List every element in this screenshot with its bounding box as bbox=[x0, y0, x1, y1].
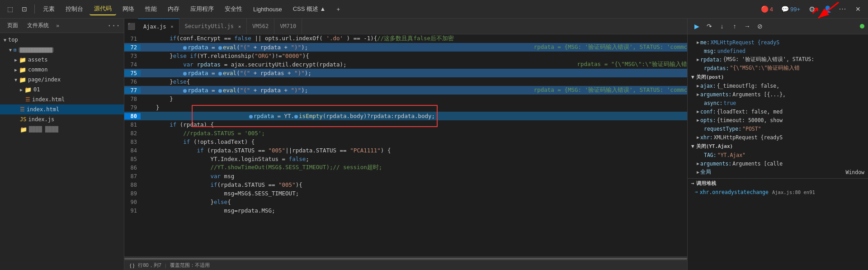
tab-sourcecode[interactable]: 源代码 bbox=[90, 3, 116, 15]
callstack-arrow: → bbox=[695, 189, 698, 195]
debug-item-arguments2[interactable]: ▶ arguments: Arguments [calle bbox=[688, 159, 868, 168]
error-badge[interactable]: 🔴 4 bbox=[758, 5, 776, 14]
resume-btn[interactable]: ▶ bbox=[691, 21, 702, 32]
tab-css[interactable]: CSS 概述 ▲ bbox=[288, 3, 330, 15]
main-layout: 页面 文件系统 » ··· ▼ top ▼ ⊞ ████████████ bbox=[0, 19, 868, 270]
line-num-71: 71 bbox=[124, 36, 141, 42]
close-ytajax-header[interactable]: ▼ 关闭(YT.Ajax) bbox=[688, 142, 868, 151]
debug-toolbar: ▶ ↷ ↓ ↑ → ⊘ bbox=[688, 19, 868, 34]
tree-item-assets[interactable]: ▶ 📁 assets bbox=[0, 55, 124, 65]
debug-prop-arguments2: arguments: bbox=[700, 161, 731, 167]
deactivate-breakpoints-btn[interactable]: ⊘ bbox=[755, 21, 765, 32]
chevron-right-icon: ▶ bbox=[14, 57, 17, 62]
tree-item-blurred-label: ████ ████ bbox=[29, 126, 58, 133]
sidebar-more-dots[interactable]: ··· bbox=[107, 21, 120, 30]
tab-elements[interactable]: 元素 bbox=[38, 3, 59, 15]
step-out-btn[interactable]: ↑ bbox=[729, 21, 740, 32]
device-toggle-btn[interactable]: ⬚ bbox=[4, 3, 16, 15]
tree-item-blurred[interactable]: 📁 ████ ████ bbox=[0, 124, 124, 134]
line-content-72: rpdata = eval("(" + rpdata + ")"); bbox=[141, 44, 524, 51]
callstack-header[interactable]: → 调用堆栈 bbox=[688, 179, 868, 188]
close-devtools-btn[interactable]: ✕ bbox=[852, 3, 864, 15]
line-num-79: 79 bbox=[124, 104, 141, 111]
close-post-header[interactable]: ▼ 关闭(post) bbox=[688, 72, 868, 81]
debug-item-arguments[interactable]: ▶ arguments: Arguments [{...}, bbox=[688, 90, 868, 99]
step-btn[interactable]: → bbox=[742, 21, 753, 32]
tab-add[interactable]: + bbox=[332, 3, 344, 15]
tree-item-01[interactable]: ▶ 📁 01 bbox=[0, 85, 124, 95]
tree-item-top[interactable]: ▼ top bbox=[0, 35, 124, 45]
debug-item-ajax[interactable]: ▶ ajax: {_timeoutflg: false, bbox=[688, 81, 868, 90]
line-content-80: rpdata = YT.isEmpty(rpdata.body)?rpdata:… bbox=[141, 98, 687, 134]
tree-item-index-js[interactable]: JS index.js bbox=[0, 114, 124, 124]
tab-memory[interactable]: 内存 bbox=[163, 3, 184, 15]
debug-item-opts[interactable]: ▶ opts: {timeout: 50000, show bbox=[688, 116, 868, 124]
sidebar-tabs: 页面 文件系统 » ··· bbox=[0, 19, 124, 33]
code-tab-back-btn[interactable]: ⬛ bbox=[124, 19, 138, 34]
tree-item-index-html-selected[interactable]: ☰ index.html bbox=[0, 104, 124, 114]
debug-val-me: XMLHttpRequest {readyS bbox=[711, 39, 779, 46]
step-over-btn[interactable]: ↷ bbox=[704, 21, 715, 32]
tree-item-common[interactable]: ▶ 📁 common bbox=[0, 65, 124, 75]
code-tab-security[interactable]: SecurityUtil.js ✕ bbox=[179, 19, 247, 34]
debug-item-async: async: true bbox=[688, 99, 868, 107]
line-content-75: rpdata = eval("(" + rpdatas + ")"); bbox=[141, 70, 687, 76]
line-content-85: YT.Index.loginStatus = false; bbox=[141, 156, 687, 162]
debug-content: ▶ me: XMLHttpRequest {readyS msg: undefi… bbox=[688, 34, 868, 270]
debug-val-xhr: XMLHttpRequest {readyS bbox=[714, 134, 783, 141]
debug-item-conf[interactable]: ▶ conf: {loadText: false, med bbox=[688, 107, 868, 116]
debug-item-xhr[interactable]: ▶ xhr: XMLHttpRequest {readyS bbox=[688, 133, 868, 142]
more-btn[interactable]: ··· bbox=[836, 3, 849, 15]
tab-network[interactable]: 网络 bbox=[118, 3, 139, 15]
line-content-84: if (rpdata.STATUS == "005"||rpdata.STATU… bbox=[141, 147, 687, 154]
step-into-btn[interactable]: ↓ bbox=[717, 21, 727, 32]
code-tab-vm710[interactable]: VM710 bbox=[274, 19, 302, 34]
warning-badge[interactable]: 💬 99+ bbox=[778, 5, 803, 14]
tab-security[interactable]: 安全性 bbox=[220, 3, 247, 15]
debug-prop-conf: conf: bbox=[700, 109, 716, 115]
close-ajax-tab-btn[interactable]: ✕ bbox=[171, 24, 174, 29]
callstack-fn-label: xhr.onreadystatechange bbox=[700, 189, 769, 195]
sidebar-tab-more-icon[interactable]: » bbox=[56, 23, 59, 29]
close-post-label: 关闭(post) bbox=[696, 74, 724, 81]
inspect-element-btn[interactable]: ⊡ bbox=[18, 3, 31, 15]
code-tab-vm562[interactable]: VM562 bbox=[247, 19, 274, 34]
tree-item-origin[interactable]: ▼ ⊞ ████████████ bbox=[0, 45, 124, 55]
code-line-86: 86 //YT.showTimeOut(MSG$.SESS_TIMEOUT);/… bbox=[124, 163, 687, 172]
sidebar-tab-page[interactable]: 页面 bbox=[4, 20, 22, 31]
code-scrollbar[interactable] bbox=[124, 256, 687, 260]
close-security-tab-btn[interactable]: ✕ bbox=[238, 24, 241, 29]
line-content-86: //YT.showTimeOut(MSG$.SESS_TIMEOUT);// s… bbox=[141, 164, 687, 171]
code-line-72: 72 rpdata = eval("(" + rpdata + ")"); rp… bbox=[124, 43, 687, 52]
sidebar-tab-filesystem[interactable]: 文件系统 bbox=[24, 20, 52, 31]
tab-performance[interactable]: 性能 bbox=[141, 3, 161, 15]
tree-item-pageindex[interactable]: ▼ 📁 page/index bbox=[0, 75, 124, 85]
sidebar-panel: 页面 文件系统 » ··· ▼ top ▼ ⊞ ████████████ bbox=[0, 19, 124, 270]
line-num-91: 91 bbox=[124, 208, 141, 214]
line-num-76: 76 bbox=[124, 79, 141, 85]
status-coverage: 覆盖范围：不适用 bbox=[170, 262, 210, 269]
chevron-down-icon: ▼ bbox=[14, 77, 17, 82]
line-content-89: msg=MSG$.SESS_TIMEOUT; bbox=[141, 190, 687, 197]
tab-console[interactable]: 控制台 bbox=[61, 3, 88, 15]
settings-btn[interactable]: ⚙ bbox=[806, 3, 818, 15]
chevron-down-icon: ▼ bbox=[691, 143, 694, 149]
expand-me-icon: ▶ bbox=[697, 40, 699, 45]
user-settings-btn[interactable]: 👤 bbox=[821, 3, 834, 15]
debug-item-global[interactable]: ▶ 全局 Window bbox=[688, 168, 868, 176]
warning-count: 99+ bbox=[790, 6, 800, 13]
code-line-75: 75 rpdata = eval("(" + rpdatas + ")"); bbox=[124, 69, 687, 77]
debug-item-me[interactable]: ▶ me: XMLHttpRequest {readyS bbox=[688, 38, 868, 47]
error-count: 4 bbox=[770, 6, 773, 13]
line-num-84: 84 bbox=[124, 147, 141, 154]
code-tab-ajax[interactable]: Ajax.js ✕ bbox=[138, 19, 179, 34]
chevron-right-icon: ▶ bbox=[14, 67, 17, 72]
tree-item-index-html-nested[interactable]: ☰ index.html bbox=[0, 95, 124, 104]
tab-application[interactable]: 应用程序 bbox=[186, 3, 218, 15]
line-content-91: msg=rpdata.MSG; bbox=[141, 207, 687, 214]
code-editor[interactable]: 71 if(conf.Encrypt == false || opts.url.… bbox=[124, 34, 687, 256]
tab-lighthouse[interactable]: Lighthouse bbox=[249, 3, 287, 15]
callstack-item-0[interactable]: → xhr.onreadystatechange Ajax.js:80 en91 bbox=[688, 188, 868, 196]
line-side-72: rpdata = {MSG: '验证码输入错误', STATUS: 'commc bbox=[524, 43, 687, 51]
debug-item-rpdata[interactable]: ▶ rpdata: {MSG: '验证码输入错误', STATUS: bbox=[688, 55, 868, 64]
